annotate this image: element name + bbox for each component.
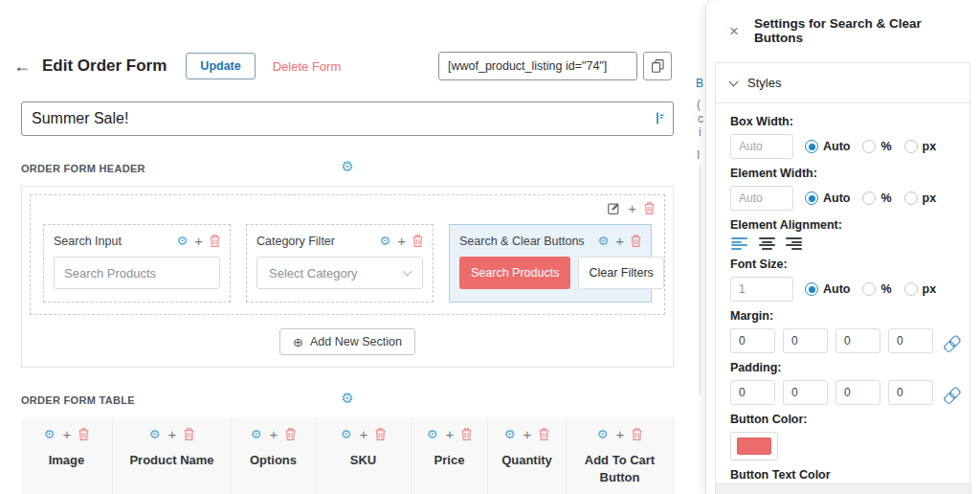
- font-size-input[interactable]: [730, 277, 793, 302]
- radio-checked[interactable]: [805, 191, 818, 205]
- widget-icons: ⚙ +: [598, 234, 641, 248]
- styles-accordion-header[interactable]: Styles: [716, 63, 969, 103]
- radio[interactable]: [862, 140, 876, 153]
- column-add-icon[interactable]: +: [269, 427, 278, 441]
- unit-option-auto[interactable]: Auto: [805, 140, 850, 153]
- widget-icons: ⚙ +: [380, 234, 423, 248]
- close-icon[interactable]: ×: [729, 23, 739, 39]
- column-gear-icon[interactable]: ⚙: [427, 428, 438, 440]
- column-gear-icon[interactable]: ⚙: [44, 428, 56, 440]
- unit-option-px[interactable]: px: [904, 282, 937, 296]
- column-add-icon[interactable]: +: [615, 427, 624, 441]
- button-color-label: Button Color:: [730, 413, 955, 426]
- column-delete-icon[interactable]: [632, 428, 642, 440]
- category-select[interactable]: Select Category: [256, 257, 423, 289]
- unit-option-percent[interactable]: %: [862, 140, 891, 153]
- align-center-icon[interactable]: [758, 237, 775, 250]
- shortcode-input[interactable]: [438, 52, 637, 80]
- clear-filters-button[interactable]: Clear Filters: [578, 257, 663, 289]
- back-arrow-icon[interactable]: ←: [13, 57, 31, 75]
- edit-row-icon[interactable]: [608, 202, 620, 214]
- widget-add-icon[interactable]: +: [397, 234, 406, 248]
- chevron-down-icon: [729, 77, 739, 86]
- margin-right-input[interactable]: [783, 328, 828, 353]
- radio-checked[interactable]: [805, 140, 818, 153]
- margin-bottom-input[interactable]: [835, 328, 880, 353]
- column-add-icon[interactable]: +: [62, 427, 71, 441]
- column-delete-icon[interactable]: [375, 428, 386, 440]
- add-row-icon[interactable]: +: [628, 201, 636, 215]
- box-width-input[interactable]: [730, 134, 793, 159]
- unit-option-percent[interactable]: %: [862, 191, 891, 205]
- widget-search-clear-buttons[interactable]: Search & Clear Buttons ⚙ + Search Produc…: [449, 224, 652, 303]
- update-button[interactable]: Update: [186, 53, 255, 79]
- header-settings-gear-icon[interactable]: ⚙: [341, 159, 353, 173]
- search-products-button[interactable]: Search Products: [459, 257, 570, 289]
- widget-delete-icon[interactable]: [412, 235, 423, 247]
- widget-category-filter[interactable]: Category Filter ⚙ + Select Category: [246, 224, 434, 303]
- unit-option-auto[interactable]: Auto: [805, 191, 850, 205]
- widget-add-icon[interactable]: +: [194, 234, 203, 248]
- align-left-icon[interactable]: [731, 237, 748, 250]
- header-section-label-row: ORDER FORM HEADER ⚙: [21, 159, 674, 178]
- column-delete-icon[interactable]: [78, 428, 89, 440]
- link-values-icon[interactable]: [941, 332, 959, 350]
- padding-left-input[interactable]: [888, 380, 933, 405]
- unit-option-px[interactable]: px: [904, 191, 937, 205]
- column-delete-icon[interactable]: [285, 428, 296, 440]
- widget-gear-icon[interactable]: ⚙: [177, 235, 189, 247]
- column-delete-icon[interactable]: [539, 428, 549, 440]
- unit-option-auto[interactable]: Auto: [805, 282, 850, 296]
- padding-bottom-input[interactable]: [835, 380, 880, 405]
- column-gear-icon[interactable]: ⚙: [251, 428, 262, 440]
- column-add-icon[interactable]: +: [445, 427, 454, 441]
- column-gear-icon[interactable]: ⚙: [341, 428, 352, 440]
- column-delete-icon[interactable]: [184, 428, 194, 440]
- link-values-icon[interactable]: [941, 384, 959, 402]
- widget-gear-icon[interactable]: ⚙: [598, 235, 610, 247]
- margin-top-input[interactable]: [730, 328, 775, 353]
- radio-checked[interactable]: [805, 282, 818, 296]
- button-color-swatch-fill: [737, 438, 771, 455]
- button-color-picker[interactable]: [730, 432, 778, 460]
- padding-right-input[interactable]: [783, 380, 828, 405]
- copy-shortcode-button[interactable]: [643, 52, 672, 80]
- padding-row: [730, 380, 955, 405]
- widget-delete-icon[interactable]: [210, 235, 220, 247]
- button-text-color-label: Button Text Color: [730, 468, 955, 482]
- element-width-units: Auto % px: [805, 191, 936, 205]
- column-add-icon[interactable]: +: [167, 427, 176, 441]
- column-delete-icon[interactable]: [461, 428, 472, 440]
- column-gear-icon[interactable]: ⚙: [597, 428, 609, 440]
- margin-label: Margin:: [730, 309, 955, 323]
- radio[interactable]: [904, 140, 918, 153]
- margin-left-input[interactable]: [888, 328, 933, 353]
- widget-icons: ⚙ +: [177, 234, 220, 248]
- unit-label: Auto: [823, 140, 850, 153]
- delete-row-icon[interactable]: [644, 202, 655, 214]
- add-new-section-button[interactable]: ⊕ Add New Section: [279, 328, 415, 355]
- column-gear-icon[interactable]: ⚙: [504, 428, 516, 440]
- column-gear-icon[interactable]: ⚙: [149, 428, 161, 440]
- edit-title-icon[interactable]: [655, 111, 665, 125]
- radio[interactable]: [862, 282, 876, 296]
- radio[interactable]: [904, 191, 918, 205]
- search-products-input[interactable]: [54, 257, 220, 289]
- column-add-icon[interactable]: +: [359, 427, 368, 441]
- table-settings-gear-icon[interactable]: ⚙: [341, 391, 353, 405]
- unit-option-percent[interactable]: %: [862, 282, 891, 296]
- element-width-input[interactable]: [730, 186, 793, 211]
- radio[interactable]: [862, 191, 876, 205]
- column-add-icon[interactable]: +: [523, 427, 531, 441]
- widget-search-input[interactable]: Search Input ⚙ +: [43, 224, 231, 303]
- radio[interactable]: [904, 282, 918, 296]
- form-title-input[interactable]: [21, 101, 674, 136]
- padding-top-input[interactable]: [730, 380, 775, 405]
- widget-add-icon[interactable]: +: [615, 234, 624, 248]
- column-header-product-name: ⚙ + Product Name: [113, 417, 232, 494]
- unit-option-px[interactable]: px: [904, 140, 937, 153]
- delete-form-link[interactable]: Delete Form: [273, 59, 342, 74]
- widget-delete-icon[interactable]: [631, 235, 641, 247]
- widget-gear-icon[interactable]: ⚙: [380, 235, 391, 247]
- align-right-icon[interactable]: [785, 237, 802, 250]
